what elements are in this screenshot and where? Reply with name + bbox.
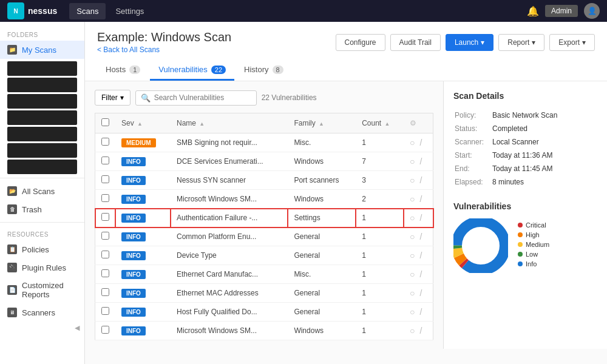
row-checkbox-3[interactable] (101, 194, 109, 202)
table-row[interactable]: INFO Common Platform Enu... General 1 ○ … (95, 228, 433, 246)
row-check-icon-5[interactable]: ○ (410, 232, 415, 241)
scan-item-6[interactable] (7, 143, 77, 158)
search-input[interactable] (154, 93, 251, 102)
table-row[interactable]: INFO Authentication Failure -... Setting… (95, 209, 433, 228)
row-edit-icon-10[interactable]: / (419, 326, 422, 335)
row-edit-icon-9[interactable]: / (419, 307, 422, 317)
audit-trail-button[interactable]: Audit Trail (390, 34, 441, 51)
customized-reports-label: Customized Reports (22, 281, 77, 299)
row-checkbox-9[interactable] (101, 307, 109, 315)
row-checkbox-cell (95, 228, 116, 246)
col-name[interactable]: Name ▲ (171, 113, 288, 133)
scan-item-4[interactable] (7, 110, 77, 125)
table-row[interactable]: MEDIUM SMB Signing not requir... Misc. 1… (95, 133, 433, 152)
col-count[interactable]: Count ▲ (356, 113, 404, 133)
row-edit-icon-4[interactable]: / (419, 213, 422, 223)
row-check-icon-7[interactable]: ○ (410, 269, 415, 279)
scan-item-1[interactable] (7, 61, 77, 76)
tab-hosts[interactable]: Hosts 1 (97, 60, 149, 81)
row-checkbox-4[interactable] (101, 213, 109, 221)
launch-button[interactable]: Launch ▾ (446, 34, 493, 51)
right-panel: Scan Details Policy: Basic Network Scan … (443, 81, 607, 349)
row-checkbox-5[interactable] (101, 232, 109, 240)
row-check-icon-10[interactable]: ○ (410, 326, 415, 335)
table-row[interactable]: INFO Nessus SYN scanner Port scanners 3 … (95, 171, 433, 190)
row-check-icon-2[interactable]: ○ (410, 175, 415, 185)
sidebar-item-customized-reports[interactable]: 📄 Customized Reports (0, 277, 84, 303)
row-check-icon-9[interactable]: ○ (410, 307, 415, 317)
row-name-8: Ethernet MAC Addresses (171, 284, 288, 303)
table-row[interactable]: INFO Device Type General 1 ○ / (95, 246, 433, 265)
tab-vulnerabilities[interactable]: Vulnerabilities 22 (150, 60, 234, 81)
export-button[interactable]: Export ▾ (549, 34, 595, 51)
configure-button[interactable]: Configure (336, 34, 385, 51)
family-sort-icon: ▲ (319, 121, 324, 127)
start-label: Start: (455, 149, 491, 161)
sidebar-item-plugin-rules[interactable]: 🔌 Plugin Rules (0, 258, 84, 277)
table-row[interactable]: INFO Ethernet Card Manufac... Misc. 1 ○ … (95, 265, 433, 284)
row-checkbox-8[interactable] (101, 288, 109, 296)
table-row[interactable]: INFO Host Fully Qualified Do... General … (95, 303, 433, 322)
col-sev[interactable]: Sev ▲ (115, 113, 171, 133)
nav-scans[interactable]: Scans (69, 3, 106, 19)
back-link[interactable]: < Back to All Scans (97, 46, 231, 54)
row-edit-icon-7[interactable]: / (419, 269, 422, 279)
sidebar-item-all-scans[interactable]: 📂 All Scans (0, 182, 84, 200)
row-edit-icon-2[interactable]: / (419, 175, 422, 185)
col-family[interactable]: Family ▲ (288, 113, 356, 133)
user-name[interactable]: Admin (545, 5, 578, 17)
scan-item-3[interactable] (7, 94, 77, 109)
row-checkbox-1[interactable] (101, 157, 109, 164)
row-check-icon-1[interactable]: ○ (410, 157, 415, 166)
header-actions: Configure Audit Trail Launch ▾ Report ▾ … (336, 34, 595, 51)
row-checkbox-6[interactable] (101, 251, 109, 258)
filter-button[interactable]: Filter ▾ (95, 90, 131, 106)
row-family-0: Misc. (288, 133, 356, 152)
row-edit-icon-8[interactable]: / (419, 288, 422, 298)
table-row[interactable]: INFO Ethernet MAC Addresses General 1 ○ … (95, 284, 433, 303)
nav-settings[interactable]: Settings (108, 3, 151, 19)
sidebar-collapse-button[interactable]: ◀ (0, 322, 84, 334)
row-check-icon-4[interactable]: ○ (410, 213, 415, 223)
row-edit-icon-5[interactable]: / (419, 232, 422, 241)
avatar[interactable]: 👤 (584, 3, 600, 19)
report-button[interactable]: Report ▾ (498, 34, 544, 51)
table-row[interactable]: INFO Microsoft Windows SM... Windows 1 ○… (95, 322, 433, 340)
row-count-8: 1 (356, 284, 404, 303)
row-edit-icon-6[interactable]: / (419, 251, 422, 260)
tab-hosts-badge: 1 (129, 66, 140, 74)
legend-label-critical: Critical (526, 221, 546, 229)
sev-badge-1: INFO (121, 157, 146, 166)
row-checkbox-0[interactable] (101, 138, 109, 146)
row-family-9: General (288, 303, 356, 322)
gear-icon[interactable]: ⚙ (410, 119, 416, 127)
sidebar-item-trash[interactable]: 🗑 Trash (0, 200, 84, 218)
row-edit-icon-1[interactable]: / (419, 157, 422, 166)
sidebar-item-policies[interactable]: 📋 Policies (0, 240, 84, 258)
table-row[interactable]: INFO DCE Services Enumerati... Windows 7… (95, 152, 433, 171)
sidebar-item-my-scans[interactable]: 📁 My Scans (0, 41, 84, 59)
row-checkbox-10[interactable] (101, 326, 109, 334)
row-edit-icon-0[interactable]: / (419, 138, 422, 147)
row-count-10: 1 (356, 322, 404, 340)
legend-label-medium: Medium (526, 241, 549, 248)
row-checkbox-2[interactable] (101, 175, 109, 183)
scan-item-7[interactable] (7, 160, 77, 174)
tab-history[interactable]: History 8 (236, 60, 292, 81)
bell-icon[interactable]: 🔔 (527, 5, 539, 17)
sidebar-divider-1 (0, 178, 84, 178)
row-check-icon-6[interactable]: ○ (410, 251, 415, 260)
table-row[interactable]: INFO Microsoft Windows SM... Windows 2 ○… (95, 190, 433, 209)
scan-item-2[interactable] (7, 78, 77, 92)
row-check-icon-8[interactable]: ○ (410, 288, 415, 298)
row-check-icon-3[interactable]: ○ (410, 194, 415, 204)
tab-vulnerabilities-label: Vulnerabilities (158, 65, 207, 74)
row-edit-icon-3[interactable]: / (419, 194, 422, 204)
sidebar-item-scanners[interactable]: 🖥 Scanners (0, 303, 84, 322)
scan-item-5[interactable] (7, 127, 77, 141)
row-checkbox-7[interactable] (101, 269, 109, 277)
sev-badge-5: INFO (121, 232, 146, 241)
row-check-icon-0[interactable]: ○ (410, 138, 415, 147)
select-all-checkbox[interactable] (101, 118, 109, 126)
all-scans-icon: 📂 (7, 186, 17, 196)
